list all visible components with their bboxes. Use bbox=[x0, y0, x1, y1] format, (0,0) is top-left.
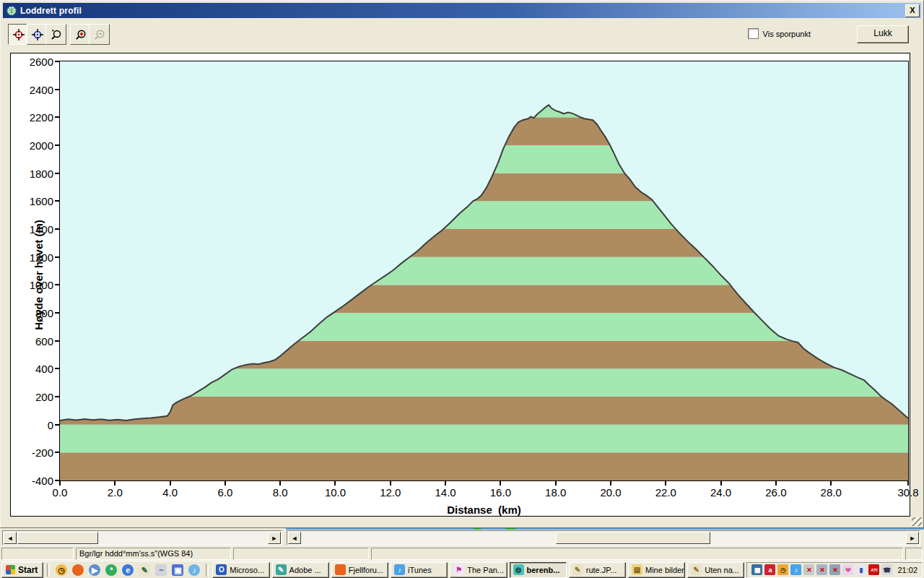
x-tick-label: 0.0 bbox=[53, 486, 68, 499]
map-edge-green-mark bbox=[474, 528, 481, 530]
windows-logo-icon bbox=[6, 565, 15, 574]
task-icon: ✎ bbox=[572, 564, 583, 575]
x-tick-mark bbox=[445, 481, 446, 486]
internet-explorer-icon[interactable]: e bbox=[122, 564, 134, 576]
crosshair-red-icon bbox=[12, 28, 25, 41]
task-label: rute.JP... bbox=[586, 566, 617, 574]
y-tick-label: 1400 bbox=[16, 223, 53, 236]
y-tick-mark bbox=[55, 340, 60, 342]
x-tick-mark bbox=[775, 481, 777, 486]
titlebar[interactable]: Loddrett profil X bbox=[3, 3, 921, 18]
firefox-icon[interactable] bbox=[72, 564, 84, 576]
desktop-window-icon[interactable]: ▣ bbox=[172, 564, 183, 576]
close-button[interactable]: Lukk bbox=[857, 25, 909, 43]
y-tick-label: -400 bbox=[16, 475, 53, 487]
x-axis-title: Distanse (km) bbox=[447, 504, 521, 516]
y-tick-mark bbox=[55, 89, 60, 90]
app-globe-icon bbox=[6, 5, 17, 17]
clock-launcher-icon[interactable]: ◷ bbox=[56, 564, 67, 576]
y-axis-title: Høyde over havet (m) bbox=[32, 73, 45, 478]
start-button[interactable]: Start bbox=[1, 562, 43, 578]
media-player-icon[interactable]: ▶ bbox=[89, 564, 100, 576]
scroll-left-arrow[interactable]: ◄ bbox=[288, 532, 301, 544]
x-tick-label: 20.0 bbox=[600, 486, 621, 499]
task-button[interactable]: ♪iTunes bbox=[391, 562, 448, 578]
task-label: berenb... bbox=[527, 566, 560, 574]
wireless-disabled-icon[interactable]: ✕ bbox=[816, 564, 827, 575]
y-tick-label: 0 bbox=[16, 418, 53, 431]
y-tick-mark bbox=[55, 368, 60, 369]
task-button[interactable]: ◍berenb... bbox=[510, 562, 567, 578]
x-tick-mark bbox=[830, 481, 832, 486]
y-tick-mark bbox=[55, 173, 60, 174]
main-horizontal-scrollbar[interactable]: ◄ ► bbox=[287, 530, 920, 545]
x-tick-label: 2.0 bbox=[108, 486, 123, 499]
itunes-launcher-icon[interactable]: ♪ bbox=[188, 564, 200, 576]
map-editor-icon[interactable]: ✎ bbox=[139, 564, 150, 576]
scrollbar-thumb[interactable] bbox=[17, 532, 98, 544]
task-label: Mine bilder bbox=[645, 566, 684, 574]
scroll-right-arrow[interactable]: ► bbox=[906, 532, 919, 544]
ati-icon[interactable]: ATI bbox=[868, 564, 879, 575]
taskbar-separator bbox=[47, 564, 50, 577]
track-center-red-button[interactable] bbox=[8, 24, 29, 45]
task-button[interactable]: ✎rute.JP... bbox=[569, 562, 626, 578]
y-tick-mark bbox=[55, 396, 60, 397]
task-icon: ⚑ bbox=[453, 564, 464, 575]
zoom-in-button[interactable] bbox=[70, 24, 91, 45]
chart-frame: Høyde over havet (m) Distanse (km) 26002… bbox=[10, 53, 910, 517]
y-tick-mark bbox=[55, 452, 60, 453]
task-icon: ▤ bbox=[632, 564, 642, 575]
y-tick-label: 200 bbox=[16, 391, 53, 403]
y-tick-mark bbox=[55, 144, 60, 146]
task-button[interactable]: OMicroso... bbox=[212, 562, 269, 578]
scroll-left-arrow[interactable]: ◄ bbox=[4, 532, 17, 544]
y-tick-mark bbox=[55, 116, 60, 118]
gps-swoosh-icon[interactable]: ~ bbox=[155, 564, 167, 576]
network-computers-icon[interactable]: ▦ bbox=[751, 564, 762, 575]
phone-icon[interactable]: ☎ bbox=[881, 564, 892, 575]
scroll-right-arrow[interactable]: ► bbox=[268, 532, 281, 544]
track-center-blue-button[interactable] bbox=[27, 24, 48, 45]
y-tick-mark bbox=[55, 200, 60, 202]
x-tick-label: 6.0 bbox=[217, 486, 232, 499]
statusbar-coordinate-format: Bgr/lgr hddd°mm'ss.s"(WGS 84) bbox=[76, 548, 231, 560]
zoom-out-button[interactable] bbox=[89, 24, 110, 45]
task-button[interactable]: ✎Adobe ... bbox=[272, 562, 329, 578]
elevation-profile-plot[interactable] bbox=[59, 61, 909, 481]
crosshair-blue-icon bbox=[31, 28, 44, 41]
device-disabled-icon[interactable]: ✕ bbox=[803, 564, 814, 575]
itunes-tray-icon[interactable]: ♪ bbox=[790, 564, 801, 575]
task-button[interactable]: ⚑The Pan... bbox=[450, 562, 507, 578]
quick-launch-bar: ◷▶*e✎~▣♪ bbox=[53, 564, 202, 576]
task-icon: ◍ bbox=[513, 564, 524, 575]
close-window-button[interactable]: X bbox=[905, 4, 920, 17]
antenna-icon[interactable]: Ψ bbox=[842, 564, 853, 575]
y-tick-label: 600 bbox=[16, 335, 53, 347]
x-tick-mark bbox=[170, 481, 171, 486]
system-tray: ▦a◷♪✕✕✕Ψ▮ATI☎ 21:02 bbox=[746, 562, 923, 578]
statusbar-panel-empty bbox=[371, 548, 903, 560]
usb-device-icon[interactable]: ▮ bbox=[855, 564, 866, 575]
network-disabled-icon[interactable]: ✕ bbox=[829, 564, 840, 575]
left-horizontal-scrollbar[interactable]: ◄ ► bbox=[2, 530, 282, 545]
statusbar-panel-empty bbox=[233, 548, 369, 560]
x-tick-mark bbox=[665, 481, 666, 486]
y-tick-mark bbox=[55, 312, 60, 314]
y-tick-label: 1200 bbox=[16, 251, 53, 263]
taskbar-clock: 21:02 bbox=[897, 566, 918, 574]
zoom-select-button[interactable] bbox=[45, 24, 66, 45]
show-trackpoints-checkbox[interactable] bbox=[748, 28, 759, 39]
y-tick-mark bbox=[55, 228, 60, 230]
globe-green-icon[interactable]: * bbox=[105, 564, 117, 576]
antivirus-icon[interactable]: a bbox=[764, 564, 775, 575]
x-tick-label: 28.0 bbox=[821, 486, 842, 499]
task-icon: ♪ bbox=[394, 564, 405, 575]
resize-grip[interactable] bbox=[912, 517, 922, 526]
x-tick-label: 26.0 bbox=[765, 486, 786, 499]
task-button[interactable]: Fjellforu... bbox=[331, 562, 388, 578]
task-button[interactable]: ▤Mine bilder bbox=[628, 562, 685, 578]
clock-tray-icon[interactable]: ◷ bbox=[777, 564, 788, 575]
task-button[interactable]: ✎Uten na... bbox=[687, 562, 744, 578]
scrollbar-thumb[interactable] bbox=[556, 532, 710, 544]
